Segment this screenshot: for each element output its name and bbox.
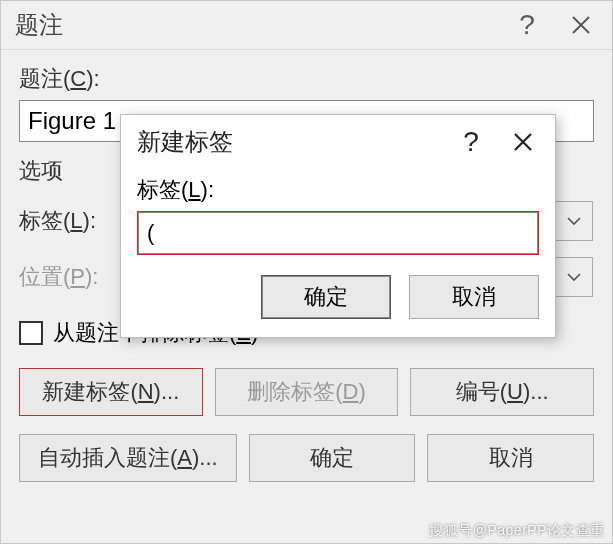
new-label-help-button[interactable]: ?	[445, 117, 497, 167]
caption-field-label: 题注(C):	[19, 64, 594, 94]
new-label-titlebar: 新建标签 ?	[121, 115, 555, 169]
caption-dialog-title: 题注	[15, 9, 500, 41]
new-label-dialog: 新建标签 ? 标签(L): 确定 取消	[120, 114, 556, 338]
help-button[interactable]: ?	[500, 2, 554, 48]
delete-label-button: 删除标签(D)	[215, 368, 399, 416]
new-label-ok-button[interactable]: 确定	[261, 275, 391, 319]
label-dropdown-button[interactable]	[555, 201, 593, 241]
chevron-down-icon	[567, 216, 581, 226]
chevron-down-icon	[567, 272, 581, 282]
new-label-title: 新建标签	[137, 126, 445, 158]
new-label-cancel-button[interactable]: 取消	[409, 275, 539, 319]
ok-button[interactable]: 确定	[249, 434, 416, 482]
close-icon	[513, 132, 533, 152]
label-row-label: 标签(L):	[19, 206, 127, 236]
footer-buttons-row: 自动插入题注(A)... 确定 取消	[19, 434, 594, 482]
auto-caption-button[interactable]: 自动插入题注(A)...	[19, 434, 237, 482]
caption-dialog-titlebar: 题注 ?	[1, 1, 612, 49]
new-label-buttons: 确定 取消	[137, 275, 539, 319]
label-buttons-row: 新建标签(N)... 删除标签(D) 编号(U)...	[19, 368, 594, 416]
new-label-button[interactable]: 新建标签(N)...	[19, 368, 203, 416]
numbering-button[interactable]: 编号(U)...	[410, 368, 594, 416]
close-button[interactable]	[554, 2, 608, 48]
position-row-label: 位置(P):	[19, 262, 127, 292]
cancel-button[interactable]: 取消	[427, 434, 594, 482]
new-label-close-button[interactable]	[497, 117, 549, 167]
watermark: 搜狐号@PaperPP论文查重	[429, 522, 605, 540]
close-icon	[571, 15, 591, 35]
new-label-field-label: 标签(L):	[137, 175, 539, 205]
new-label-input[interactable]	[138, 212, 538, 254]
new-label-input-highlight	[137, 211, 539, 255]
position-dropdown-button[interactable]	[555, 257, 593, 297]
exclude-label-checkbox[interactable]	[19, 321, 43, 345]
new-label-body: 标签(L): 确定 取消	[121, 169, 555, 337]
